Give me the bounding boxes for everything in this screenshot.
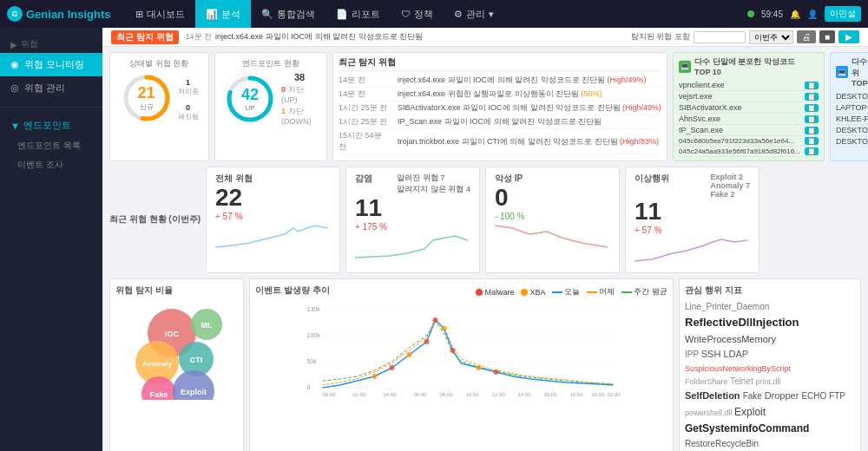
behavior-title: 관심 행위 지표 (685, 284, 855, 297)
word-echo[interactable]: ECHO (801, 391, 829, 401)
malware-item-2: vejsrt.exe 📋 (679, 91, 819, 102)
word-ipp[interactable]: IPP (685, 350, 701, 359)
admin-icon: ⚙ (454, 9, 463, 20)
toggle-button[interactable]: ■ (819, 30, 835, 43)
logo-icon: G (7, 6, 23, 22)
week-section: 최근 위협 현황 (이번주) 전체 위협 22 + 57 % 감염 (109, 167, 861, 273)
print-button[interactable]: 🖨 (797, 30, 816, 43)
svg-text:130k: 130k (307, 306, 321, 312)
word-dropper[interactable]: Dropper (765, 390, 802, 401)
main-layout: ▶ 위협 ◉ 위협 모니터링 ◎ 위협 관리 ▼ 엔드포인트 엔드포인트 목록 … (0, 28, 868, 451)
detection-rate-title: 위협 탐지 비율 (115, 284, 238, 297)
word-powershell-dll[interactable]: powershell.dll (685, 409, 734, 417)
infected-minichart (355, 232, 468, 262)
nav-search[interactable]: 🔍 통합검색 (251, 0, 326, 28)
alert-row-5: 15시간 54분 전 trojan.trickbot.exe 파일이 CTI에 … (339, 129, 661, 154)
manage-icon: ◎ (10, 82, 19, 94)
svg-text:Exploit: Exploit (181, 388, 207, 396)
overall-value: 22 (215, 185, 331, 212)
svg-text:00:00: 00:00 (323, 392, 337, 396)
svg-text:02:00: 02:00 (353, 392, 367, 396)
svg-text:08:00: 08:00 (440, 392, 454, 396)
threat-gauge-card: 상태별 위협 현황 21 신규 (109, 52, 209, 161)
word-get-sysinfo[interactable]: GetSysteminfoCommand (685, 422, 809, 435)
word-folder-share[interactable]: FolderShare (685, 377, 730, 386)
anomaly-panel-title: 다수 단말에서 발생한 이상행위TOP 10 (852, 56, 868, 88)
policy-icon: 🛡 (401, 9, 411, 19)
bubble-chart-svg: IOC ML Anomaly CTI Fake (115, 300, 241, 400)
anomaly-item-4: DESKTOP-H1LNL5R 3 (836, 125, 868, 136)
report-icon: 📄 (336, 9, 348, 20)
svg-text:IOC: IOC (165, 330, 180, 338)
svg-point-25 (424, 339, 430, 344)
svg-text:CTI: CTI (190, 356, 203, 364)
word-fake[interactable]: Fake (743, 391, 765, 401)
nav-analysis[interactable]: 📊 분석 (195, 0, 251, 28)
nav-admin[interactable]: ⚙ 관리 ▾ (444, 0, 504, 28)
word-reflective[interactable]: ReflectiveDllInjection (685, 316, 799, 329)
overall-change: + 57 % (215, 212, 331, 221)
sidebar-divider (0, 107, 102, 108)
svg-point-30 (407, 352, 412, 357)
word-suspicious-networking[interactable]: SuspiciousNetworkingByScript (685, 364, 791, 373)
legend-yesterday: 어제 (587, 286, 615, 297)
anomaly-item-5: DESKTOP-KM5UBMS 1 (836, 136, 868, 147)
main-content: 상태별 위협 현황 21 신규 (102, 47, 868, 451)
period-select[interactable]: 이번주 (749, 30, 793, 44)
malware-list: vpnclient.exe 📋 vejsrt.exe 📋 SIBActivato… (679, 80, 819, 157)
word-write-process[interactable]: WriteProcessMemory (685, 334, 776, 344)
session-timer: 59:45 (761, 10, 783, 19)
svg-text:22:00: 22:00 (608, 392, 621, 396)
alert-item-1: 14분 전 (186, 31, 213, 42)
word-self-deletion[interactable]: SelfDeletion (685, 390, 743, 401)
malware-top10-panel: 💻 다수 단말에 분포한 악성코드TOP 10 vpnclient.exe 📋 … (673, 52, 825, 161)
threat-gauge-circle: 21 신규 (121, 72, 173, 124)
word-exploit[interactable]: Exploit (734, 406, 766, 418)
anomaly-panel-icon: 💻 (836, 66, 848, 78)
alert-label: 최근 탐지 위협 (111, 30, 179, 44)
nav-policy[interactable]: 🛡 정책 (391, 0, 444, 28)
anomaly-top10-panel: 💻 다수 단말에서 발생한 이상행위TOP 10 DESKTOP-VM0B3H4… (830, 52, 868, 161)
anomaly-item-1: DESKTOP-VM0B3H4 12 (836, 91, 868, 102)
alert-search-input[interactable] (694, 31, 746, 43)
sidebar-item-threat-manage[interactable]: ◎ 위협 관리 (0, 76, 102, 100)
sidebar-item-event-investigate[interactable]: 이벤트 조사 (0, 155, 102, 174)
nav-dashboard[interactable]: ⊞ 대시보드 (125, 0, 195, 28)
malicious-ip-minichart (495, 221, 608, 252)
svg-text:Fake: Fake (150, 390, 168, 399)
top-section: 상태별 위협 현황 21 신규 (109, 52, 861, 161)
word-ftp[interactable]: FTP (829, 391, 845, 401)
overall-threat-card: 전체 위협 22 + 57 % (206, 167, 340, 273)
word-telnet[interactable]: Telnet (730, 376, 755, 386)
word-line-printer[interactable]: Line_Printer_Daemon (685, 302, 769, 311)
endpoint-gauge-value: 42 UP (241, 86, 259, 112)
dashboard-icon: ⊞ (135, 9, 143, 20)
run-button[interactable]: ▶ (838, 30, 859, 43)
legend-malware: Malware (476, 286, 514, 297)
word-ssh[interactable]: SSH (701, 349, 724, 359)
alert-bar: 최근 탐지 위협 14분 전 inject.x64.exe 파일이 IOC에 의… (102, 28, 868, 47)
overall-title: 전체 위협 (215, 173, 331, 185)
svg-point-32 (477, 365, 482, 370)
alert-icon[interactable]: 🔔 (790, 10, 800, 19)
svg-text:100k: 100k (307, 332, 321, 338)
anomaly-value: 11 (635, 199, 750, 226)
alert-row-1: 14분 전 inject.x64.exe 파일이 IOC에 의해 알려진 악성코… (339, 74, 661, 88)
alert-search: 탐지된 위협 포함 이번주 🖨 ■ ▶ (631, 30, 859, 44)
alert-row-4: 1시간 25분 전 IP_Scan.exe 파일이 IOC에 의해 알려진 악성… (339, 115, 661, 129)
user-icon[interactable]: 👤 (807, 10, 818, 19)
week-label: 최근 위협 현황 (이번주) (109, 167, 201, 273)
sidebar-item-threat-monitoring[interactable]: ◉ 위협 모니터링 (0, 53, 102, 76)
word-ldap[interactable]: LDAP (723, 349, 748, 359)
word-print-dll[interactable]: print.dll (756, 377, 781, 386)
search-icon: 🔍 (261, 9, 273, 20)
svg-point-24 (390, 365, 395, 370)
anomaly-card: 이상행위 Exploit 2Anomaly 7Fake 2 11 + 57 % (625, 167, 760, 273)
nav-report[interactable]: 📄 리포트 (326, 0, 391, 28)
word-restore-recycle[interactable]: RestoreRecycleBin (685, 439, 759, 448)
malicious-ip-card: 악성 IP 0 - 100 % (485, 167, 620, 273)
sidebar-item-endpoint-list[interactable]: 엔드포인트 목록 (0, 136, 102, 155)
sidebar-endpoint-group[interactable]: ▼ 엔드포인트 (0, 114, 102, 136)
malware-item-7: 045c24a5aa933e56f67a9185d82f616... 📋 (679, 147, 819, 157)
alert-row-2: 14분 전 inject.x64.exe 위협한 실행파일로 이상행동이 진단됨… (339, 88, 661, 101)
